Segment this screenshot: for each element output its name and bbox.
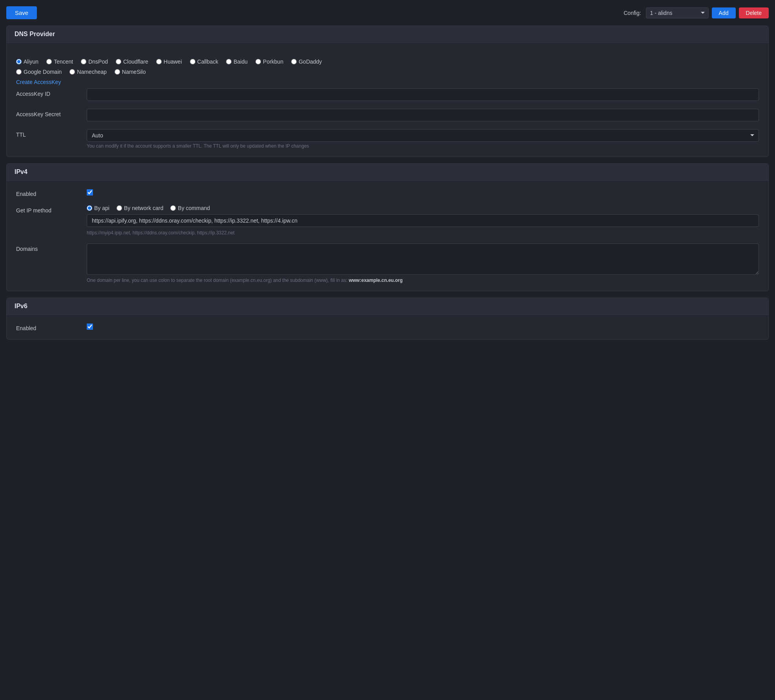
provider-aliyun[interactable]: Aliyun	[16, 58, 38, 65]
provider-radio-row-1: Aliyun Tencent DnsPod Cloudflare Huawei	[16, 58, 759, 65]
ipv4-domains-row: Domains One domain per line, you can use…	[16, 243, 759, 283]
provider-baidu-radio[interactable]	[226, 59, 232, 64]
provider-dnspod-label: DnsPod	[88, 58, 108, 65]
provider-radio-row-2: Google Domain Namecheap NameSilo	[16, 69, 759, 75]
ipv4-by-network-card-label: By network card	[124, 205, 163, 211]
provider-godaddy[interactable]: GoDaddy	[291, 58, 322, 65]
provider-namesilo-radio[interactable]	[115, 69, 120, 75]
provider-baidu-label: Baidu	[233, 58, 248, 65]
config-select[interactable]: 1 - alidns	[646, 7, 709, 18]
provider-baidu[interactable]: Baidu	[226, 58, 248, 65]
ipv6-enabled-row: Enabled	[16, 323, 759, 331]
ttl-hint: You can modify it if the account support…	[87, 143, 759, 149]
ipv4-api-url-input[interactable]	[87, 214, 759, 227]
provider-namecheap[interactable]: Namecheap	[69, 69, 107, 75]
provider-dnspod-radio[interactable]	[81, 59, 86, 64]
provider-google-domain-label: Google Domain	[24, 69, 62, 75]
provider-callback-label: Callback	[197, 58, 219, 65]
provider-dnspod[interactable]: DnsPod	[81, 58, 108, 65]
ipv4-by-command-label: By command	[178, 205, 210, 211]
provider-aliyun-label: Aliyun	[24, 58, 38, 65]
ipv4-title: IPv4	[7, 164, 768, 181]
ipv4-domains-textarea[interactable]	[87, 243, 759, 275]
ipv4-body: Enabled Get IP method By api By network …	[7, 181, 768, 291]
ipv4-enabled-row: Enabled	[16, 188, 759, 197]
config-label: Config:	[624, 10, 641, 16]
ipv4-by-api[interactable]: By api	[87, 205, 109, 211]
ipv4-by-network-card[interactable]: By network card	[117, 205, 163, 211]
config-controls: Config: 1 - alidns Add Delete	[624, 7, 769, 18]
provider-cloudflare-label: Cloudflare	[123, 58, 148, 65]
ipv6-enabled-label: Enabled	[16, 323, 87, 331]
accesskey-secret-label: AccessKey Secret	[16, 109, 87, 117]
ttl-label: TTL	[16, 129, 87, 138]
ipv4-card: IPv4 Enabled Get IP method By api By	[6, 163, 769, 291]
ipv4-by-api-label: By api	[94, 205, 109, 211]
provider-huawei-radio[interactable]	[156, 59, 162, 64]
top-bar: Save Config: 1 - alidns Add Delete	[6, 6, 769, 19]
provider-google-domain[interactable]: Google Domain	[16, 69, 62, 75]
provider-cloudflare-radio[interactable]	[116, 59, 121, 64]
provider-radios: Aliyun Tencent DnsPod Cloudflare Huawei	[16, 51, 759, 88]
accesskey-secret-input[interactable]	[87, 109, 759, 121]
ipv4-domains-wrap: One domain per line, you can use colon t…	[87, 243, 759, 283]
provider-tencent[interactable]: Tencent	[46, 58, 73, 65]
accesskey-id-wrap	[87, 88, 759, 101]
ipv4-get-ip-label: Get IP method	[16, 205, 87, 214]
provider-tencent-radio[interactable]	[46, 59, 52, 64]
ipv6-enabled-wrap	[87, 323, 759, 331]
accesskey-id-label: AccessKey ID	[16, 88, 87, 97]
add-button[interactable]: Add	[712, 7, 736, 18]
provider-namesilo[interactable]: NameSilo	[115, 69, 146, 75]
provider-porkbun-radio[interactable]	[255, 59, 261, 64]
provider-namecheap-label: Namecheap	[77, 69, 107, 75]
ipv6-enabled-checkbox[interactable]	[87, 323, 93, 330]
dns-provider-body: Aliyun Tencent DnsPod Cloudflare Huawei	[7, 43, 768, 157]
ipv4-enabled-label: Enabled	[16, 188, 87, 197]
provider-huawei-label: Huawei	[164, 58, 182, 65]
ipv4-domains-hint: One domain per line, you can use colon t…	[87, 278, 759, 283]
accesskey-secret-row: AccessKey Secret	[16, 109, 759, 121]
ipv4-ip-method-radios: By api By network card By command	[87, 205, 759, 211]
provider-huawei[interactable]: Huawei	[156, 58, 182, 65]
ttl-select[interactable]: Auto 60 120 300 600 1800 3600	[87, 129, 759, 142]
ipv6-title: IPv6	[7, 298, 768, 315]
ipv6-body: Enabled	[7, 315, 768, 339]
ipv4-by-command[interactable]: By command	[170, 205, 210, 211]
ipv4-get-ip-wrap: By api By network card By command https:…	[87, 205, 759, 236]
provider-google-domain-radio[interactable]	[16, 69, 22, 75]
provider-namesilo-label: NameSilo	[122, 69, 146, 75]
accesskey-secret-wrap	[87, 109, 759, 121]
ipv4-enabled-checkbox[interactable]	[87, 189, 93, 196]
dns-provider-title: DNS Provider	[7, 26, 768, 43]
provider-porkbun[interactable]: Porkbun	[255, 58, 283, 65]
save-button[interactable]: Save	[6, 6, 37, 19]
provider-tencent-label: Tencent	[54, 58, 73, 65]
provider-porkbun-label: Porkbun	[263, 58, 283, 65]
create-accesskey-link[interactable]: Create AccessKey	[16, 79, 61, 85]
ttl-wrap: Auto 60 120 300 600 1800 3600 You can mo…	[87, 129, 759, 149]
provider-godaddy-label: GoDaddy	[299, 58, 322, 65]
provider-cloudflare[interactable]: Cloudflare	[116, 58, 148, 65]
accesskey-id-row: AccessKey ID	[16, 88, 759, 101]
provider-aliyun-radio[interactable]	[16, 59, 22, 64]
accesskey-id-input[interactable]	[87, 88, 759, 101]
dns-provider-card: DNS Provider Aliyun Tencent DnsPod	[6, 26, 769, 157]
provider-callback[interactable]: Callback	[190, 58, 219, 65]
provider-namecheap-radio[interactable]	[69, 69, 75, 75]
provider-callback-radio[interactable]	[190, 59, 195, 64]
ttl-row: TTL Auto 60 120 300 600 1800 3600 You ca…	[16, 129, 759, 149]
ipv4-api-url-placeholder: https://myip4.ipip.net, https://ddns.ora…	[87, 230, 759, 236]
delete-button[interactable]: Delete	[739, 7, 769, 18]
ipv4-by-command-radio[interactable]	[170, 205, 176, 211]
provider-godaddy-radio[interactable]	[291, 59, 297, 64]
ipv6-card: IPv6 Enabled	[6, 298, 769, 340]
ipv4-get-ip-row: Get IP method By api By network card By …	[16, 205, 759, 236]
ipv4-by-network-card-radio[interactable]	[117, 205, 122, 211]
ipv4-domains-label: Domains	[16, 243, 87, 252]
ipv4-by-api-radio[interactable]	[87, 205, 92, 211]
ipv4-enabled-wrap	[87, 188, 759, 197]
